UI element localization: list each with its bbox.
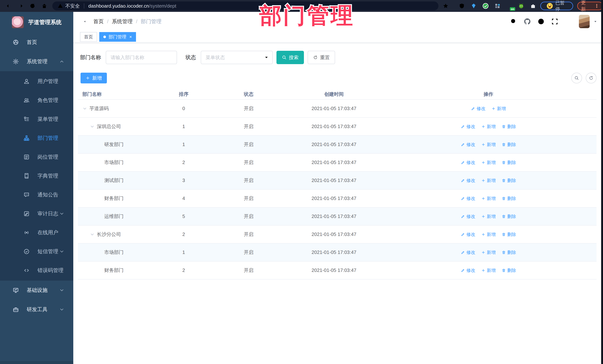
- expand-row-icon[interactable]: [90, 232, 95, 237]
- status-select[interactable]: [201, 51, 273, 64]
- puzzle-extension-icon[interactable]: [530, 3, 536, 9]
- dept-name-cell: 深圳总公司: [78, 123, 158, 130]
- row-delete-link[interactable]: 删除: [502, 267, 516, 273]
- row-add-link[interactable]: 新增: [481, 160, 496, 165]
- row-delete-link[interactable]: 删除: [502, 142, 516, 147]
- sidebar-item-system[interactable]: 系统管理: [0, 52, 73, 71]
- reset-button[interactable]: 重置: [308, 51, 335, 64]
- sidebar-item-users[interactable]: 用户管理: [0, 72, 73, 91]
- update-browser-button[interactable]: 更新 ⋮: [577, 2, 603, 10]
- row-edit-link[interactable]: 修改: [461, 213, 475, 220]
- dept-name-cell: 研发部门: [78, 141, 158, 148]
- sidebar-item-dicts[interactable]: 字典管理: [0, 166, 73, 185]
- row-edit-link[interactable]: 修改: [461, 249, 475, 255]
- expand-row-icon[interactable]: [90, 124, 95, 129]
- row-delete-link[interactable]: 删除: [502, 232, 516, 237]
- grid-extension-icon[interactable]: [494, 3, 500, 9]
- sidebar-item-online-users[interactable]: 在线用户: [0, 223, 73, 242]
- sidebar-item-label: 首页: [27, 39, 37, 46]
- actions-cell: 修改新增删除: [380, 124, 596, 130]
- tab-首页[interactable]: 首页: [80, 32, 97, 42]
- trash-icon: [502, 124, 506, 129]
- row-add-link[interactable]: 新增: [481, 142, 496, 147]
- row-edit-link[interactable]: 修改: [461, 196, 475, 201]
- robot-extension-icon[interactable]: [518, 3, 524, 9]
- row-delete-link[interactable]: 删除: [502, 160, 516, 165]
- hamburger-icon[interactable]: [79, 18, 86, 25]
- proxy-extension-icon[interactable]: on: [500, 2, 512, 10]
- row-add-link[interactable]: 新增: [481, 232, 496, 237]
- trash-icon: [502, 178, 506, 183]
- edit-pen: [461, 197, 465, 200]
- help-icon[interactable]: [537, 18, 545, 25]
- row-edit-link[interactable]: 修改: [461, 177, 475, 184]
- row-edit-link[interactable]: 修改: [461, 142, 475, 147]
- sidebar-collapse-bar[interactable]: [0, 361, 73, 364]
- gem-extension-icon[interactable]: [471, 3, 477, 9]
- row-add-link[interactable]: 新增: [481, 177, 496, 184]
- row-edit-link[interactable]: 修改: [461, 124, 475, 130]
- home-icon[interactable]: [41, 3, 47, 9]
- row-edit-link[interactable]: 修改: [461, 232, 475, 237]
- sidebar-item-notices[interactable]: 通知公告: [0, 185, 73, 204]
- chevron-down: [59, 211, 64, 216]
- dept-name-input[interactable]: [106, 51, 177, 64]
- sidebar-item-home[interactable]: 首页: [0, 33, 73, 52]
- row-add-link[interactable]: 新增: [481, 267, 496, 273]
- sidebar-item-dev-tools[interactable]: 研发工具: [0, 300, 73, 319]
- row-edit-link[interactable]: 修改: [471, 106, 486, 111]
- breadcrumb-item[interactable]: 首页: [93, 18, 104, 25]
- sidebar-item-depts[interactable]: 部门管理: [0, 129, 73, 147]
- gear-icon: [13, 58, 19, 65]
- close-tab-icon[interactable]: ×: [129, 34, 132, 39]
- avatar[interactable]: [579, 15, 590, 28]
- row-delete-link[interactable]: 删除: [502, 177, 516, 184]
- tab-部门管理[interactable]: 部门管理×: [99, 32, 136, 42]
- sidebar-item-error-codes[interactable]: 错误码管理: [0, 261, 73, 280]
- address-bar[interactable]: 不安全 dashboard.yudao.iocoder.cn/system/de…: [52, 1, 439, 10]
- row-edit-link[interactable]: 修改: [461, 160, 475, 165]
- caret-down-icon[interactable]: [593, 20, 597, 23]
- row-delete-link[interactable]: 删除: [502, 249, 516, 255]
- search-icon[interactable]: [510, 18, 517, 25]
- sidebar-item-audit-logs[interactable]: 审计日志: [0, 204, 73, 223]
- font-size-icon[interactable]: [565, 18, 572, 25]
- sidebar-item-infrastructure[interactable]: 基础设施: [0, 281, 73, 300]
- edit-pen: [461, 178, 465, 183]
- created-time-cell: 2021-01-05 17:03:47: [288, 232, 380, 237]
- sidebar-item-sms[interactable]: 短信管理: [0, 242, 73, 261]
- sidebar-item-roles[interactable]: 角色管理: [0, 91, 73, 110]
- fullscreen-icon[interactable]: [551, 18, 558, 25]
- github-icon[interactable]: [524, 18, 531, 25]
- sidebar-item-menus[interactable]: 菜单管理: [0, 110, 73, 129]
- dept-name-field-wrap: [106, 51, 177, 64]
- status-select-wrap: [201, 51, 273, 64]
- refresh-table-button[interactable]: [586, 73, 596, 83]
- sidebar-item-posts[interactable]: 岗位管理: [0, 147, 73, 166]
- row-delete-link[interactable]: 删除: [502, 213, 516, 220]
- row-add-link[interactable]: 新增: [481, 213, 496, 220]
- back-icon[interactable]: [6, 3, 12, 9]
- row-add-link[interactable]: 新增: [491, 106, 506, 111]
- sidebar-item-label: 审计日志: [37, 210, 58, 217]
- add-button[interactable]: 新增: [81, 73, 107, 83]
- sidebar-logo-row[interactable]: 芋道管理系统: [0, 12, 73, 33]
- row-add-link[interactable]: 新增: [481, 124, 496, 130]
- row-delete-link[interactable]: 删除: [502, 196, 516, 201]
- row-edit-link[interactable]: 修改: [461, 267, 475, 273]
- breadcrumb-item[interactable]: 系统管理: [112, 18, 133, 25]
- expand-row-icon[interactable]: [82, 106, 87, 111]
- row-delete-link[interactable]: 删除: [502, 124, 516, 130]
- browser-menu-icon[interactable]: ⋮: [594, 4, 599, 8]
- row-add-link[interactable]: 新增: [481, 249, 496, 255]
- shield-extension-icon[interactable]: [459, 3, 465, 9]
- search-button[interactable]: 搜索: [277, 51, 304, 64]
- reload-icon[interactable]: [29, 3, 36, 9]
- forward-icon[interactable]: [17, 3, 24, 9]
- toggle-search-button[interactable]: [571, 73, 582, 83]
- system-submenu: 用户管理角色管理菜单管理部门管理岗位管理字典管理通知公告审计日志在线用户短信管理…: [0, 71, 73, 281]
- bookmark-star-icon[interactable]: [442, 3, 449, 9]
- row-add-link[interactable]: 新增: [481, 196, 496, 201]
- check-extension-icon[interactable]: [482, 3, 489, 9]
- paused-profile-chip[interactable]: 已暂停: [540, 2, 573, 10]
